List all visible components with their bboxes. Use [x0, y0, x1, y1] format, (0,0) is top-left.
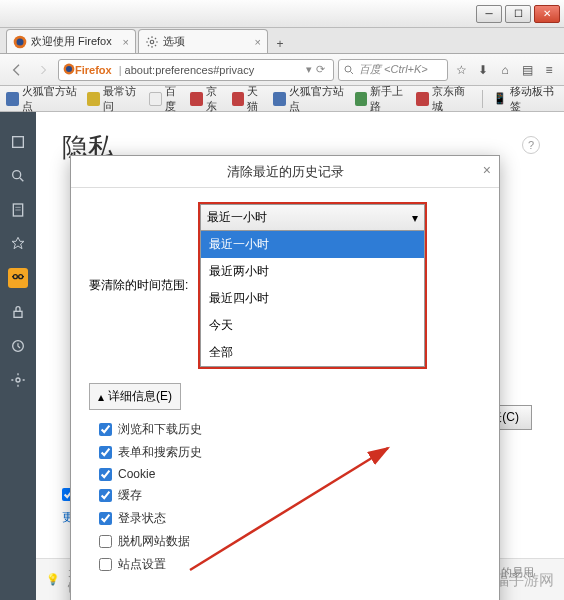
url-text: about:preferences#privacy	[125, 64, 255, 76]
checkbox-label: 站点设置	[118, 556, 166, 573]
info-icon: 💡	[46, 573, 60, 586]
reload-icon[interactable]: ⟳	[316, 63, 325, 76]
history-checkbox[interactable]	[99, 468, 112, 481]
svg-point-9	[13, 275, 17, 279]
history-checkbox[interactable]	[99, 423, 112, 436]
highlight-box: 最近一小时 ▾ 最近一小时 最近两小时 最近四小时 今天 全部	[198, 202, 427, 369]
sidebar-general-icon[interactable]	[8, 132, 28, 152]
dropdown-icon[interactable]: ▾	[306, 63, 312, 76]
svg-rect-11	[14, 311, 22, 317]
address-bar[interactable]: Firefox | about:preferences#privacy ▾ ⟳	[58, 59, 334, 81]
dropdown-option[interactable]: 最近一小时	[201, 231, 424, 258]
sidebar-search-icon[interactable]	[8, 166, 28, 186]
forward-button[interactable]	[32, 59, 54, 81]
close-window-button[interactable]: ✕	[534, 5, 560, 23]
bookmark-item[interactable]: 天猫	[232, 84, 267, 114]
sidebar-content-icon[interactable]	[8, 200, 28, 220]
time-range-dropdown[interactable]: 最近一小时 ▾	[200, 204, 425, 231]
minimize-button[interactable]: ─	[476, 5, 502, 23]
checkbox-label: 脱机网站数据	[118, 533, 190, 550]
history-checkbox[interactable]	[99, 535, 112, 548]
svg-point-1	[17, 38, 24, 45]
svg-point-10	[19, 275, 23, 279]
firefox-icon	[63, 63, 75, 77]
sidebar-security-icon[interactable]	[8, 302, 28, 322]
svg-rect-6	[13, 137, 24, 148]
bookmark-item[interactable]: 京东	[190, 84, 225, 114]
tab-close-icon[interactable]: ×	[255, 36, 261, 48]
checkbox-label: 浏览和下载历史	[118, 421, 202, 438]
bookmark-item[interactable]: 最常访问	[87, 84, 142, 114]
details-label: 详细信息(E)	[108, 388, 172, 405]
tab-label: 欢迎使用 Firefox	[31, 34, 112, 49]
checkbox-row: 站点设置	[89, 553, 481, 576]
help-icon[interactable]: ?	[522, 136, 540, 154]
download-icon[interactable]: ⬇	[474, 61, 492, 79]
dropdown-option[interactable]: 全部	[201, 339, 424, 366]
gear-icon	[145, 35, 159, 49]
sidebar-advanced-icon[interactable]	[8, 370, 28, 390]
mobile-bookmarks[interactable]: 📱移动板书签	[493, 84, 558, 114]
search-placeholder: 百度 <Ctrl+K>	[359, 62, 428, 77]
tab-label: 选项	[163, 34, 185, 49]
browser-tab-bar: 欢迎使用 Firefox × 选项 × +	[0, 28, 564, 54]
bookmarks-icon[interactable]: ▤	[518, 61, 536, 79]
window-titlebar: ─ ☐ ✕	[0, 0, 564, 28]
history-checkbox[interactable]	[99, 489, 112, 502]
firefox-icon	[13, 35, 27, 49]
back-button[interactable]	[6, 59, 28, 81]
checkbox-row: 缓存	[89, 484, 481, 507]
new-tab-button[interactable]: +	[270, 35, 290, 53]
tab-close-icon[interactable]: ×	[123, 36, 129, 48]
dialog-title: 清除最近的历史记录	[227, 163, 344, 181]
sidebar-sync-icon[interactable]	[8, 336, 28, 356]
chevron-up-icon: ▴	[98, 390, 104, 404]
bookmark-item[interactable]: 百度	[149, 84, 184, 114]
history-checkbox[interactable]	[99, 512, 112, 525]
svg-point-7	[13, 171, 21, 179]
svg-point-13	[16, 378, 20, 382]
tab-welcome[interactable]: 欢迎使用 Firefox ×	[6, 29, 136, 53]
sidebar-applications-icon[interactable]	[8, 234, 28, 254]
dialog-close-button[interactable]: ×	[483, 162, 491, 178]
checkbox-row: Cookie	[89, 464, 481, 484]
search-box[interactable]: 百度 <Ctrl+K>	[338, 59, 448, 81]
bookmark-item[interactable]: 火狐官方站点	[6, 84, 81, 114]
time-range-label: 要清除的时间范围:	[89, 277, 188, 294]
nav-toolbar: Firefox | about:preferences#privacy ▾ ⟳ …	[0, 54, 564, 86]
history-checkbox[interactable]	[99, 446, 112, 459]
details-toggle[interactable]: ▴ 详细信息(E)	[89, 383, 181, 410]
search-icon	[343, 64, 355, 76]
svg-point-5	[345, 66, 351, 72]
menu-icon[interactable]: ≡	[540, 61, 558, 79]
history-checkbox[interactable]	[99, 558, 112, 571]
preferences-sidebar	[0, 112, 36, 600]
url-brand: Firefox	[75, 64, 112, 76]
feed-icon[interactable]: ☆	[452, 61, 470, 79]
checkbox-label: 表单和搜索历史	[118, 444, 202, 461]
checkbox-row: 脱机网站数据	[89, 530, 481, 553]
tab-options[interactable]: 选项 ×	[138, 29, 268, 53]
svg-point-2	[150, 40, 154, 44]
bookmark-item[interactable]: 京东商城	[416, 84, 471, 114]
sidebar-privacy-icon[interactable]	[8, 268, 28, 288]
maximize-button[interactable]: ☐	[505, 5, 531, 23]
bookmarks-toolbar: 火狐官方站点 最常访问 百度 京东 天猫 火狐官方站点 新手上路 京东商城 📱移…	[0, 86, 564, 112]
bookmark-item[interactable]: 新手上路	[355, 84, 410, 114]
dialog-title-bar: 清除最近的历史记录 ×	[71, 156, 499, 188]
home-icon[interactable]: ⌂	[496, 61, 514, 79]
checkbox-label: Cookie	[118, 467, 155, 481]
chevron-down-icon: ▾	[412, 211, 418, 225]
dropdown-option[interactable]: 最近两小时	[201, 258, 424, 285]
checkbox-row: 表单和搜索历史	[89, 441, 481, 464]
dropdown-option[interactable]: 最近四小时	[201, 285, 424, 312]
dropdown-list: 最近一小时 最近两小时 最近四小时 今天 全部	[200, 231, 425, 367]
checkbox-label: 缓存	[118, 487, 142, 504]
dropdown-option[interactable]: 今天	[201, 312, 424, 339]
checkbox-row: 登录状态	[89, 507, 481, 530]
svg-point-4	[66, 66, 72, 72]
clear-history-dialog: 清除最近的历史记录 × 要清除的时间范围: 最近一小时 ▾ 最近一小时 最近两小…	[70, 155, 500, 600]
dropdown-selected: 最近一小时	[207, 209, 267, 226]
checkbox-row: 浏览和下载历史	[89, 418, 481, 441]
bookmark-item[interactable]: 火狐官方站点	[273, 84, 348, 114]
